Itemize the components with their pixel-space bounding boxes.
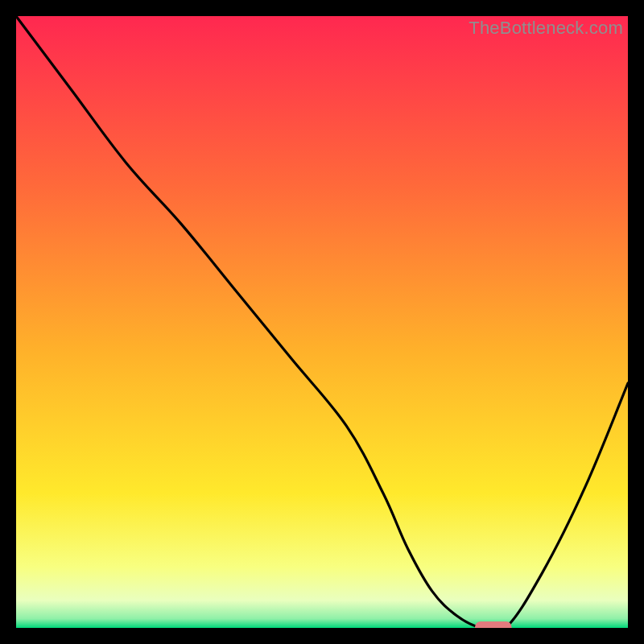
bottleneck-chart — [16, 16, 628, 628]
watermark-text: TheBottleneck.com — [469, 18, 623, 39]
chart-frame: TheBottleneck.com — [16, 16, 628, 628]
optimal-region-marker — [475, 621, 512, 628]
chart-background — [16, 16, 628, 628]
